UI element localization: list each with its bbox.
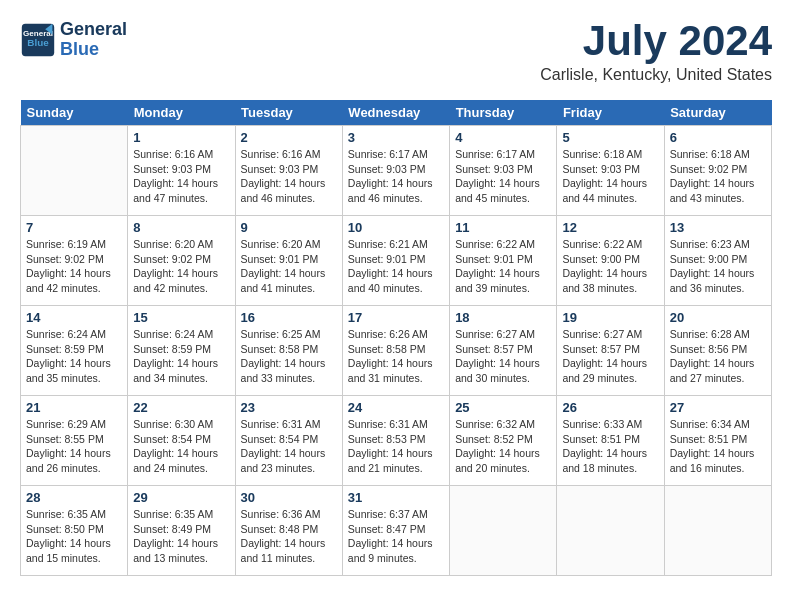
date-number: 27 <box>670 400 766 415</box>
date-number: 3 <box>348 130 444 145</box>
day-info: Sunrise: 6:35 AMSunset: 8:49 PMDaylight:… <box>133 507 229 566</box>
date-number: 8 <box>133 220 229 235</box>
week-row-2: 7Sunrise: 6:19 AMSunset: 9:02 PMDaylight… <box>21 216 772 306</box>
calendar-cell: 7Sunrise: 6:19 AMSunset: 9:02 PMDaylight… <box>21 216 128 306</box>
calendar-cell: 26Sunrise: 6:33 AMSunset: 8:51 PMDayligh… <box>557 396 664 486</box>
day-info: Sunrise: 6:24 AMSunset: 8:59 PMDaylight:… <box>26 327 122 386</box>
calendar-cell: 16Sunrise: 6:25 AMSunset: 8:58 PMDayligh… <box>235 306 342 396</box>
day-info: Sunrise: 6:26 AMSunset: 8:58 PMDaylight:… <box>348 327 444 386</box>
date-number: 16 <box>241 310 337 325</box>
day-info: Sunrise: 6:29 AMSunset: 8:55 PMDaylight:… <box>26 417 122 476</box>
day-info: Sunrise: 6:37 AMSunset: 8:47 PMDaylight:… <box>348 507 444 566</box>
day-info: Sunrise: 6:34 AMSunset: 8:51 PMDaylight:… <box>670 417 766 476</box>
calendar-cell: 8Sunrise: 6:20 AMSunset: 9:02 PMDaylight… <box>128 216 235 306</box>
calendar-cell: 3Sunrise: 6:17 AMSunset: 9:03 PMDaylight… <box>342 126 449 216</box>
date-number: 9 <box>241 220 337 235</box>
day-info: Sunrise: 6:36 AMSunset: 8:48 PMDaylight:… <box>241 507 337 566</box>
calendar-cell: 2Sunrise: 6:16 AMSunset: 9:03 PMDaylight… <box>235 126 342 216</box>
logo-text-general: General <box>60 20 127 40</box>
day-info: Sunrise: 6:35 AMSunset: 8:50 PMDaylight:… <box>26 507 122 566</box>
dow-header-tuesday: Tuesday <box>235 100 342 126</box>
day-info: Sunrise: 6:17 AMSunset: 9:03 PMDaylight:… <box>455 147 551 206</box>
date-number: 14 <box>26 310 122 325</box>
date-number: 21 <box>26 400 122 415</box>
date-number: 28 <box>26 490 122 505</box>
calendar-cell: 23Sunrise: 6:31 AMSunset: 8:54 PMDayligh… <box>235 396 342 486</box>
date-number: 4 <box>455 130 551 145</box>
day-info: Sunrise: 6:24 AMSunset: 8:59 PMDaylight:… <box>133 327 229 386</box>
dow-header-monday: Monday <box>128 100 235 126</box>
date-number: 24 <box>348 400 444 415</box>
day-info: Sunrise: 6:18 AMSunset: 9:03 PMDaylight:… <box>562 147 658 206</box>
days-of-week-row: SundayMondayTuesdayWednesdayThursdayFrid… <box>21 100 772 126</box>
svg-text:Blue: Blue <box>27 37 49 48</box>
calendar-cell: 22Sunrise: 6:30 AMSunset: 8:54 PMDayligh… <box>128 396 235 486</box>
location-text: Carlisle, Kentucky, United States <box>540 66 772 84</box>
month-title: July 2024 <box>540 20 772 62</box>
calendar-cell: 27Sunrise: 6:34 AMSunset: 8:51 PMDayligh… <box>664 396 771 486</box>
calendar-cell: 25Sunrise: 6:32 AMSunset: 8:52 PMDayligh… <box>450 396 557 486</box>
date-number: 10 <box>348 220 444 235</box>
day-info: Sunrise: 6:18 AMSunset: 9:02 PMDaylight:… <box>670 147 766 206</box>
calendar-cell <box>21 126 128 216</box>
day-info: Sunrise: 6:21 AMSunset: 9:01 PMDaylight:… <box>348 237 444 296</box>
calendar-cell: 5Sunrise: 6:18 AMSunset: 9:03 PMDaylight… <box>557 126 664 216</box>
date-number: 31 <box>348 490 444 505</box>
date-number: 30 <box>241 490 337 505</box>
date-number: 18 <box>455 310 551 325</box>
day-info: Sunrise: 6:27 AMSunset: 8:57 PMDaylight:… <box>455 327 551 386</box>
week-row-3: 14Sunrise: 6:24 AMSunset: 8:59 PMDayligh… <box>21 306 772 396</box>
calendar-cell: 1Sunrise: 6:16 AMSunset: 9:03 PMDaylight… <box>128 126 235 216</box>
day-info: Sunrise: 6:31 AMSunset: 8:54 PMDaylight:… <box>241 417 337 476</box>
day-info: Sunrise: 6:22 AMSunset: 9:00 PMDaylight:… <box>562 237 658 296</box>
date-number: 17 <box>348 310 444 325</box>
calendar-cell: 29Sunrise: 6:35 AMSunset: 8:49 PMDayligh… <box>128 486 235 576</box>
calendar-cell: 6Sunrise: 6:18 AMSunset: 9:02 PMDaylight… <box>664 126 771 216</box>
calendar-cell <box>450 486 557 576</box>
day-info: Sunrise: 6:23 AMSunset: 9:00 PMDaylight:… <box>670 237 766 296</box>
calendar-cell: 21Sunrise: 6:29 AMSunset: 8:55 PMDayligh… <box>21 396 128 486</box>
day-info: Sunrise: 6:20 AMSunset: 9:02 PMDaylight:… <box>133 237 229 296</box>
day-info: Sunrise: 6:20 AMSunset: 9:01 PMDaylight:… <box>241 237 337 296</box>
day-info: Sunrise: 6:28 AMSunset: 8:56 PMDaylight:… <box>670 327 766 386</box>
calendar-cell: 24Sunrise: 6:31 AMSunset: 8:53 PMDayligh… <box>342 396 449 486</box>
date-number: 2 <box>241 130 337 145</box>
logo-icon: General Blue <box>20 22 56 58</box>
title-block: July 2024 Carlisle, Kentucky, United Sta… <box>540 20 772 84</box>
calendar-cell: 30Sunrise: 6:36 AMSunset: 8:48 PMDayligh… <box>235 486 342 576</box>
date-number: 12 <box>562 220 658 235</box>
week-row-5: 28Sunrise: 6:35 AMSunset: 8:50 PMDayligh… <box>21 486 772 576</box>
date-number: 1 <box>133 130 229 145</box>
calendar-cell: 20Sunrise: 6:28 AMSunset: 8:56 PMDayligh… <box>664 306 771 396</box>
date-number: 25 <box>455 400 551 415</box>
calendar-cell: 28Sunrise: 6:35 AMSunset: 8:50 PMDayligh… <box>21 486 128 576</box>
day-info: Sunrise: 6:16 AMSunset: 9:03 PMDaylight:… <box>241 147 337 206</box>
calendar-body: 1Sunrise: 6:16 AMSunset: 9:03 PMDaylight… <box>21 126 772 576</box>
calendar-table: SundayMondayTuesdayWednesdayThursdayFrid… <box>20 100 772 576</box>
dow-header-friday: Friday <box>557 100 664 126</box>
day-info: Sunrise: 6:27 AMSunset: 8:57 PMDaylight:… <box>562 327 658 386</box>
date-number: 5 <box>562 130 658 145</box>
calendar-cell <box>557 486 664 576</box>
week-row-1: 1Sunrise: 6:16 AMSunset: 9:03 PMDaylight… <box>21 126 772 216</box>
calendar-cell: 12Sunrise: 6:22 AMSunset: 9:00 PMDayligh… <box>557 216 664 306</box>
calendar-cell: 4Sunrise: 6:17 AMSunset: 9:03 PMDaylight… <box>450 126 557 216</box>
calendar-cell: 14Sunrise: 6:24 AMSunset: 8:59 PMDayligh… <box>21 306 128 396</box>
date-number: 23 <box>241 400 337 415</box>
calendar-cell: 11Sunrise: 6:22 AMSunset: 9:01 PMDayligh… <box>450 216 557 306</box>
date-number: 7 <box>26 220 122 235</box>
calendar-cell: 9Sunrise: 6:20 AMSunset: 9:01 PMDaylight… <box>235 216 342 306</box>
date-number: 29 <box>133 490 229 505</box>
dow-header-thursday: Thursday <box>450 100 557 126</box>
date-number: 26 <box>562 400 658 415</box>
day-info: Sunrise: 6:17 AMSunset: 9:03 PMDaylight:… <box>348 147 444 206</box>
dow-header-sunday: Sunday <box>21 100 128 126</box>
date-number: 13 <box>670 220 766 235</box>
day-info: Sunrise: 6:19 AMSunset: 9:02 PMDaylight:… <box>26 237 122 296</box>
dow-header-saturday: Saturday <box>664 100 771 126</box>
calendar-cell: 19Sunrise: 6:27 AMSunset: 8:57 PMDayligh… <box>557 306 664 396</box>
day-info: Sunrise: 6:31 AMSunset: 8:53 PMDaylight:… <box>348 417 444 476</box>
calendar-cell: 17Sunrise: 6:26 AMSunset: 8:58 PMDayligh… <box>342 306 449 396</box>
calendar-cell: 18Sunrise: 6:27 AMSunset: 8:57 PMDayligh… <box>450 306 557 396</box>
date-number: 11 <box>455 220 551 235</box>
